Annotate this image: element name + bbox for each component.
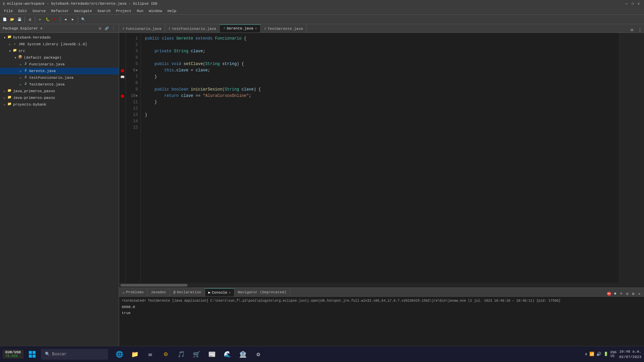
- gutter-line-14: [119, 118, 125, 125]
- tree-arrow: ▷: [3, 90, 7, 93]
- maximize-button[interactable]: ❐: [630, 1, 635, 6]
- toolbar-search[interactable]: 🔍: [80, 16, 87, 23]
- systray-volume[interactable]: 🔊: [596, 352, 601, 357]
- toolbar-forward[interactable]: ▶: [69, 16, 76, 23]
- code-content[interactable]: public class Gerente extends Funcionario…: [141, 33, 619, 283]
- menu-run[interactable]: Run: [134, 8, 146, 14]
- sidebar-item-bytebank[interactable]: ▼ 📁 bytebank-heredado: [0, 34, 119, 41]
- menu-window[interactable]: Window: [146, 8, 165, 14]
- menu-refactor[interactable]: Refactor: [48, 8, 71, 14]
- panel-minimize[interactable]: ⊟: [625, 291, 630, 296]
- taskbar-clock[interactable]: 10:48 a.m. 02/07/2023: [619, 349, 641, 360]
- taskbar-app-news[interactable]: 📰: [205, 347, 219, 362]
- java-icon: J: [23, 75, 28, 80]
- menu-search[interactable]: Search: [95, 8, 113, 14]
- sidebar-item-java-primeros[interactable]: ▷ 📁 java_primeros_pasos: [0, 88, 119, 95]
- console-close[interactable]: ✕: [229, 291, 231, 295]
- sidebar-menu[interactable]: ⋮: [111, 26, 116, 31]
- tab-icon-funcionario: J: [122, 27, 124, 31]
- menu-help[interactable]: Help: [165, 8, 179, 14]
- tab-label-testgerente: TestGerente.java: [268, 27, 303, 31]
- tab-problems[interactable]: ⚠ Problems: [119, 288, 147, 296]
- sidebar-collapse-all[interactable]: ⊟: [97, 26, 103, 31]
- stock-widget[interactable]: EUR/USD +0.42%: [3, 350, 23, 359]
- console-stop[interactable]: ■: [612, 291, 618, 296]
- systray-network[interactable]: 📶: [589, 352, 594, 357]
- tab-javadoc[interactable]: Javadoc: [147, 288, 170, 296]
- close-button[interactable]: ✕: [636, 1, 641, 6]
- taskbar-app-settings[interactable]: ⚙: [251, 347, 266, 362]
- main-area: Package Explorer ✕ ⊟ 🔗 ⋮ ▼ 📁 bytebank-he…: [0, 24, 644, 355]
- horizontal-scrollbar[interactable]: [119, 283, 644, 288]
- systray-lang[interactable]: ENGUS: [610, 351, 616, 358]
- sidebar-item-proyecto-bybank[interactable]: ▷ 📁 proyecto-bybank: [0, 101, 119, 108]
- line-num-5: 5: [126, 61, 141, 67]
- taskbar-app-bank[interactable]: 🏦: [235, 347, 250, 362]
- menu-file[interactable]: File: [1, 8, 15, 14]
- code-editor[interactable]: 📖 1 2 3 4 5 6● 7 8 9 10●: [119, 33, 644, 283]
- tree-label: Gerente.java: [29, 69, 56, 73]
- line-num-2: 2: [126, 42, 141, 48]
- gutter-line-11: [119, 99, 125, 106]
- taskbar-app-files[interactable]: 📁: [127, 347, 142, 362]
- start-button[interactable]: [25, 347, 40, 362]
- menu-edit[interactable]: Edit: [15, 8, 30, 14]
- systray-battery[interactable]: 🔋: [603, 352, 608, 357]
- sidebar-item-gerente[interactable]: ▷ J Gerente.java: [0, 68, 119, 74]
- panel-close[interactable]: ✕: [637, 291, 642, 296]
- console-output-line2: true: [122, 310, 641, 316]
- declaration-icon: @: [173, 290, 176, 294]
- sidebar-link-editor[interactable]: 🔗: [104, 26, 109, 31]
- stock-change: +0.42%: [5, 354, 17, 358]
- toolbar-save[interactable]: 💾: [16, 16, 23, 23]
- sidebar-item-default-pkg[interactable]: ▼ 📦 (default package): [0, 54, 119, 61]
- tab-console[interactable]: ▶ Console ✕: [205, 288, 234, 296]
- toolbar-new[interactable]: 📄: [1, 16, 8, 23]
- sidebar-item-jre[interactable]: ▷ ☕ JRE System Library [JavaSE-1.8]: [0, 41, 119, 48]
- app-icon: ☿: [3, 2, 5, 6]
- sidebar-item-testgerente[interactable]: ▷ J TestGerente.java: [0, 81, 119, 88]
- taskbar-app-music[interactable]: 🎵: [174, 347, 189, 362]
- tab-declaration[interactable]: @ Declaration: [170, 288, 205, 296]
- toolbar-stop[interactable]: ■: [52, 16, 58, 23]
- taskbar-app-chrome[interactable]: ⊙: [158, 347, 173, 362]
- line-num-13: 13: [126, 112, 141, 118]
- menu-project[interactable]: Project: [113, 8, 134, 14]
- menu-navigate[interactable]: Navigate: [71, 8, 95, 14]
- tree-label: (default package): [24, 56, 61, 60]
- systray-chevron[interactable]: ∧: [585, 352, 587, 357]
- package-icon: 📦: [17, 55, 23, 60]
- tab-gerente[interactable]: J Gerente.java ✕: [220, 24, 261, 33]
- taskbar-app-store[interactable]: 🛒: [189, 347, 204, 362]
- toolbar-debug[interactable]: 🐛: [44, 16, 51, 23]
- tab-close-gerente[interactable]: ✕: [255, 26, 257, 31]
- editor-view-menu[interactable]: ⋮: [637, 27, 643, 33]
- gutter-line-15: [119, 125, 125, 131]
- tree-label: Java-primeros-pasos: [13, 96, 55, 100]
- tree-arrow: ▼: [13, 56, 17, 59]
- console-options[interactable]: ≡: [619, 291, 624, 296]
- tab-funcionario[interactable]: J Funcionario.java: [119, 24, 165, 33]
- toolbar-open[interactable]: 📂: [9, 16, 15, 23]
- tab-navigator[interactable]: Navigator (Deprecated): [234, 288, 290, 296]
- taskbar-app-browser[interactable]: 🌐: [112, 347, 127, 362]
- vertical-scrollbar[interactable]: [639, 33, 644, 283]
- tab-testgerente[interactable]: J TestGerente.java: [261, 24, 307, 33]
- minimize-button[interactable]: —: [624, 1, 629, 6]
- sidebar-item-testfuncionario[interactable]: ▷ J testFuncionario.java: [0, 74, 119, 81]
- taskbar-app-edge[interactable]: 🌊: [220, 347, 235, 362]
- menu-source[interactable]: Source: [30, 8, 49, 14]
- sidebar-item-java-primeros2[interactable]: ▷ 📁 Java-primeros-pasos: [0, 95, 119, 101]
- toolbar-run[interactable]: ▶: [37, 16, 44, 23]
- taskbar-search-box[interactable]: 🔍 Buscar: [41, 349, 108, 360]
- tab-testfuncionario[interactable]: J testFuncionario.java: [165, 24, 220, 33]
- panel-maximize[interactable]: ⊞: [631, 291, 636, 296]
- taskbar-app-mail[interactable]: ✉: [143, 347, 158, 362]
- h-scrollbar-thumb[interactable]: [120, 284, 187, 287]
- toolbar-back[interactable]: ◀: [62, 16, 69, 23]
- sidebar-item-funcionario[interactable]: ▷ J Funcionario.java: [0, 61, 119, 68]
- sidebar-item-src[interactable]: ▼ 📁 src: [0, 48, 119, 54]
- editor-maximize[interactable]: ⊟: [629, 27, 635, 33]
- toolbar-print[interactable]: 🖨: [26, 16, 33, 23]
- console-clear[interactable]: ⛔: [606, 291, 612, 296]
